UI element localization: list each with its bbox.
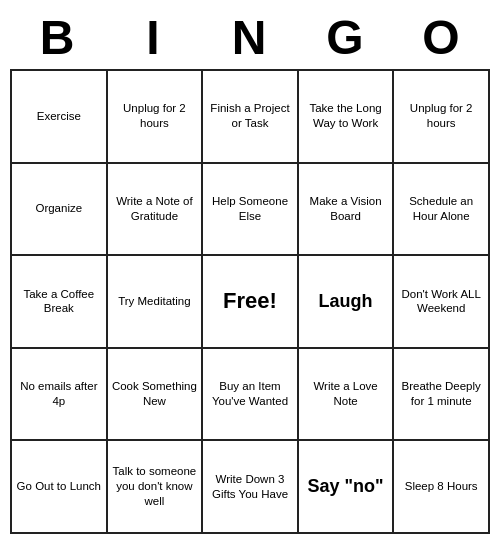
bingo-cell-19: Breathe Deeply for 1 minute [394,349,490,442]
bingo-cell-15: No emails after 4p [12,349,108,442]
bingo-cell-22: Write Down 3 Gifts You Have [203,441,299,534]
bingo-cell-8: Make a Vision Board [299,164,395,257]
bingo-grid: ExerciseUnplug for 2 hoursFinish a Proje… [10,69,490,534]
bingo-cell-20: Go Out to Lunch [12,441,108,534]
title-letter-i: I [106,10,202,65]
bingo-cell-17: Buy an Item You've Wanted [203,349,299,442]
title-letter-o: O [394,10,490,65]
bingo-cell-7: Help Someone Else [203,164,299,257]
bingo-cell-16: Cook Something New [108,349,204,442]
bingo-cell-13: Laugh [299,256,395,349]
bingo-cell-21: Talk to someone you don't know well [108,441,204,534]
bingo-cell-24: Sleep 8 Hours [394,441,490,534]
bingo-cell-18: Write a Love Note [299,349,395,442]
bingo-cell-6: Write a Note of Gratitude [108,164,204,257]
bingo-cell-23: Say "no" [299,441,395,534]
title-letter-b: B [10,10,106,65]
bingo-title: B I N G O [10,10,490,65]
bingo-cell-9: Schedule an Hour Alone [394,164,490,257]
bingo-cell-12: Free! [203,256,299,349]
bingo-cell-2: Finish a Project or Task [203,71,299,164]
bingo-cell-4: Unplug for 2 hours [394,71,490,164]
bingo-cell-14: Don't Work ALL Weekend [394,256,490,349]
bingo-cell-11: Try Meditating [108,256,204,349]
title-letter-g: G [298,10,394,65]
bingo-cell-10: Take a Coffee Break [12,256,108,349]
bingo-cell-3: Take the Long Way to Work [299,71,395,164]
bingo-cell-1: Unplug for 2 hours [108,71,204,164]
bingo-cell-0: Exercise [12,71,108,164]
title-letter-n: N [202,10,298,65]
bingo-cell-5: Organize [12,164,108,257]
